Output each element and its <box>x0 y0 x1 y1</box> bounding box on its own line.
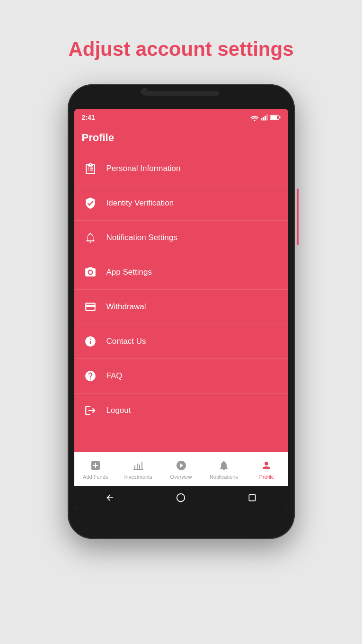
bell-settings-icon <box>82 229 99 246</box>
svg-rect-1 <box>261 118 262 121</box>
svg-rect-6 <box>279 116 281 118</box>
investments-tab-icon <box>132 459 145 472</box>
svg-rect-3 <box>265 116 266 121</box>
svg-rect-9 <box>249 494 255 501</box>
tab-profile-label: Profile <box>259 474 274 480</box>
profile-tab-icon <box>260 459 273 472</box>
menu-label-personal-info: Personal Information <box>106 164 181 173</box>
menu-item-contact[interactable]: Contact Us <box>74 324 288 359</box>
svg-point-0 <box>254 120 255 121</box>
menu-item-app-settings[interactable]: App Settings <box>74 255 288 290</box>
tab-add-funds-label: Add Funds <box>83 474 108 480</box>
tab-profile[interactable]: Profile <box>245 459 288 480</box>
tab-notifications[interactable]: Notifications <box>203 459 245 480</box>
menu-item-notification-settings[interactable]: Notification Settings <box>74 221 288 255</box>
status-time: 2:41 <box>82 114 95 121</box>
phone-speaker <box>143 91 219 96</box>
camera-settings-icon <box>82 264 99 281</box>
tab-overview[interactable]: Overview <box>159 459 202 480</box>
add-funds-tab-icon <box>89 459 102 472</box>
menu-item-faq[interactable]: FAQ <box>74 359 288 394</box>
menu-item-personal-info[interactable]: Personal Information <box>74 152 288 186</box>
recents-button[interactable] <box>246 491 259 504</box>
scroll-indicator <box>297 188 299 245</box>
signal-icon <box>261 114 268 121</box>
notifications-tab-icon <box>217 459 230 472</box>
phone-mockup: 2:41 <box>68 84 295 539</box>
home-button[interactable] <box>174 491 187 504</box>
shield-check-icon <box>82 195 99 212</box>
menu-item-logout[interactable]: Logout <box>74 394 288 428</box>
overview-tab-icon <box>175 459 188 472</box>
menu-item-identity[interactable]: Identity Verification <box>74 186 288 221</box>
menu-item-withdrawal[interactable]: Withdrawal <box>74 290 288 324</box>
logout-icon <box>82 402 99 419</box>
menu-label-logout: Logout <box>106 406 131 415</box>
android-nav <box>74 486 288 510</box>
app-header-title: Profile <box>82 132 114 143</box>
back-button[interactable] <box>103 491 116 504</box>
svg-point-8 <box>177 494 185 502</box>
svg-rect-4 <box>266 115 268 121</box>
menu-label-notification-settings: Notification Settings <box>106 233 177 242</box>
card-icon <box>82 298 99 315</box>
phone-screen: 2:41 <box>74 109 288 510</box>
menu-label-contact: Contact Us <box>106 337 146 346</box>
clipboard-icon <box>82 160 99 177</box>
tab-overview-label: Overview <box>170 474 192 480</box>
status-icons <box>250 114 281 121</box>
tab-notifications-label: Notifications <box>210 474 238 480</box>
menu-label-faq: FAQ <box>106 371 123 381</box>
menu-label-app-settings: App Settings <box>106 268 152 277</box>
menu-label-identity: Identity Verification <box>106 198 174 208</box>
svg-rect-7 <box>271 116 277 119</box>
tab-add-funds[interactable]: Add Funds <box>74 459 117 480</box>
status-bar: 2:41 <box>74 109 288 126</box>
question-circle-icon <box>82 367 99 385</box>
menu-list: Personal Information Identity Verificati… <box>74 152 288 452</box>
svg-rect-2 <box>263 117 264 120</box>
menu-label-withdrawal: Withdrawal <box>106 302 146 312</box>
battery-icon <box>270 115 281 120</box>
tab-bar: Add Funds Investments Overview <box>74 452 288 486</box>
page-title: Adjust account settings <box>68 38 293 61</box>
info-circle-icon <box>82 333 99 350</box>
tab-investments[interactable]: Investments <box>117 459 159 480</box>
tab-investments-label: Investments <box>124 474 152 480</box>
app-header: Profile <box>74 126 288 152</box>
wifi-icon <box>250 114 259 121</box>
